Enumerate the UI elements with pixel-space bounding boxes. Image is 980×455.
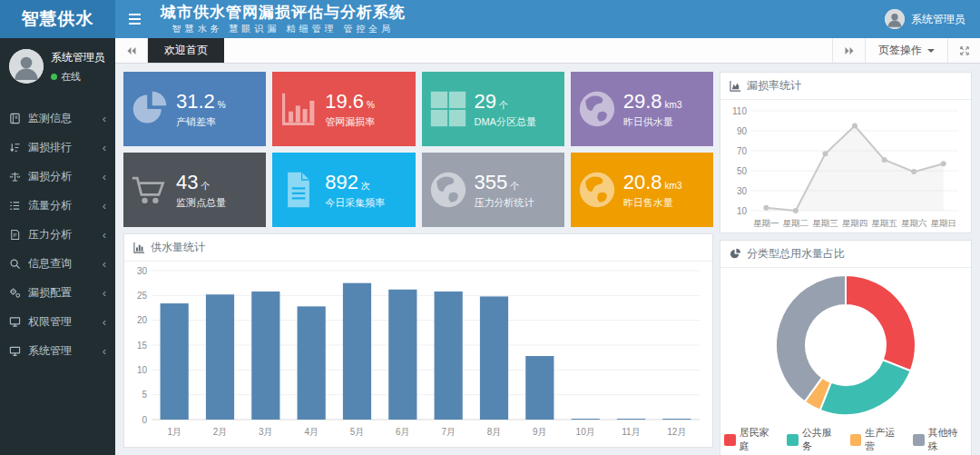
tab-operations-label: 页签操作 (878, 43, 922, 58)
usage-share-panel: 分类型总用水量占比 居民家庭 公共服务 生产运营 其他特殊 (720, 240, 972, 455)
svg-text:10: 10 (737, 206, 748, 216)
sidebar-item-system-mgmt[interactable]: 系统管理 (0, 336, 115, 365)
book-icon (9, 113, 21, 124)
svg-text:9月: 9月 (533, 427, 547, 437)
page-subtitle: 智慧水务 慧眼识漏 精细管理 管控全局 (161, 24, 406, 35)
leak-rate-panel: 漏损率统计 1030507090110星期一星期二星期三星期四星期五星期六星期日 (720, 72, 972, 233)
chevron-left-icon (103, 287, 106, 299)
main-content: 31.2% 产销差率 19.6% 管网漏损率 29个 DMA分区总量 29.8k… (115, 64, 980, 455)
svg-text:12月: 12月 (667, 427, 686, 437)
sidebar-item-permission-mgmt[interactable]: 权限管理 (0, 307, 115, 336)
desktop-icon (9, 345, 21, 357)
svg-text:30: 30 (737, 186, 748, 196)
stat-card-yesterday-sales: 20.8km3 昨日售水量 (571, 153, 713, 227)
svg-text:0: 0 (142, 415, 147, 425)
svg-text:70: 70 (737, 146, 748, 156)
sidebar-item-leak-config[interactable]: 漏损配置 (0, 278, 115, 307)
panel-title: 漏损率统计 (747, 78, 801, 94)
sidebar: 系统管理员 在线 监测信息 漏损排行 漏损分析 流量分析 压力分析 (0, 38, 115, 455)
svg-text:10: 10 (137, 365, 148, 375)
fullscreen-button[interactable] (947, 38, 980, 63)
globe-icon (578, 171, 616, 209)
sidebar-user-panel: 系统管理员 在线 (0, 38, 115, 96)
file-text-icon (279, 171, 318, 209)
svg-text:星期六: 星期六 (901, 218, 927, 228)
sidebar-item-info-query[interactable]: 信息查询 (0, 249, 115, 278)
title-block: 城市供水管网漏损评估与分析系统 智慧水务 慧眼识漏 精细管理 管控全局 (161, 4, 406, 34)
sort-ranking-icon (9, 142, 21, 153)
avatar (885, 9, 905, 29)
svg-text:星期四: 星期四 (842, 218, 868, 228)
panel-title: 分类型总用水量占比 (747, 246, 845, 262)
svg-text:6月: 6月 (396, 427, 410, 437)
legend-item: 公共服务 (787, 426, 841, 453)
globe-icon (429, 171, 467, 209)
sidebar-item-pressure-analysis[interactable]: 压力分析 (0, 220, 115, 249)
tab-welcome-home[interactable]: 欢迎首页 (148, 38, 224, 63)
tab-operations-dropdown[interactable]: 页签操作 (865, 38, 947, 63)
legend-swatch (913, 434, 925, 446)
chevron-left-icon (103, 345, 106, 357)
water-supply-bar-chart: 0510152025301月2月3月4月5月6月7月8月9月10月11月12月 (124, 262, 712, 447)
chevron-left-icon (103, 200, 106, 212)
stat-card-yesterday-supply: 29.8km3 昨日供水量 (571, 72, 713, 146)
gears-icon (9, 287, 21, 299)
chevron-left-icon (103, 316, 106, 328)
tab-label: 欢迎首页 (164, 43, 208, 58)
caret-down-icon (927, 49, 935, 56)
sidebar-item-leak-ranking[interactable]: 漏损排行 (0, 133, 115, 162)
svg-text:11月: 11月 (622, 427, 640, 437)
scroll-right-icon (844, 45, 855, 56)
svg-text:星期一: 星期一 (753, 218, 779, 228)
tab-bar: 欢迎首页 页签操作 (115, 38, 980, 64)
bar-chart-icon (133, 242, 145, 253)
scroll-tabs-left-button[interactable] (115, 38, 148, 63)
stat-card-monitor-points: 43个 监测点总量 (123, 153, 266, 227)
svg-text:4月: 4月 (304, 427, 318, 437)
stat-card-nrw-rate: 31.2% 产销差率 (123, 72, 266, 146)
stat-card-collect-frequency: 892次 今日采集频率 (272, 153, 415, 227)
search-icon (9, 258, 21, 270)
water-supply-panel: 供水量统计 0510152025301月2月3月4月5月6月7月8月9月10月1… (123, 233, 713, 448)
chevron-left-icon (103, 171, 106, 183)
bar-chart-icon (279, 90, 318, 128)
cart-icon (131, 171, 169, 209)
chevron-left-icon (103, 258, 106, 270)
windows-icon (429, 90, 467, 128)
scroll-tabs-right-button[interactable] (832, 38, 865, 63)
stat-card-pressure-stats: 355个 压力分析统计 (422, 153, 564, 227)
topbar-user-menu[interactable]: 系统管理员 (885, 9, 965, 29)
svg-text:星期二: 星期二 (783, 218, 809, 228)
svg-text:110: 110 (732, 106, 747, 116)
online-status-dot (51, 74, 57, 80)
sidebar-item-monitor-info[interactable]: 监测信息 (0, 104, 115, 133)
stat-card-pipe-leak-rate: 19.6% 管网漏损率 (272, 72, 415, 146)
legend-swatch (850, 434, 862, 446)
sidebar-menu: 监测信息 漏损排行 漏损分析 流量分析 压力分析 信息查询 漏损配置 权限管理 (0, 104, 115, 365)
svg-text:15: 15 (137, 341, 148, 351)
svg-text:5: 5 (142, 390, 147, 400)
legend-item: 其他特殊 (913, 426, 967, 453)
sidebar-username: 系统管理员 (51, 50, 105, 65)
legend-swatch (724, 434, 736, 446)
avatar (9, 49, 44, 84)
fullscreen-icon (959, 45, 970, 56)
svg-text:8月: 8月 (487, 427, 502, 437)
top-header: 城市供水管网漏损评估与分析系统 智慧水务 慧眼识漏 精细管理 管控全局 系统管理… (115, 0, 980, 38)
svg-text:30: 30 (137, 266, 148, 276)
legend-item: 居民家庭 (724, 426, 779, 453)
svg-text:20: 20 (137, 315, 148, 325)
sidebar-item-flow-analysis[interactable]: 流量分析 (0, 191, 115, 220)
chevron-left-icon (103, 113, 106, 124)
svg-text:5月: 5月 (350, 427, 365, 437)
svg-text:2月: 2月 (213, 427, 228, 437)
hamburger-icon[interactable] (122, 14, 146, 25)
svg-text:1月: 1月 (167, 427, 181, 437)
stat-card-dma-zones: 29个 DMA分区总量 (422, 72, 564, 146)
globe-icon (578, 90, 616, 128)
svg-text:25: 25 (137, 291, 148, 301)
sidebar-item-leak-analysis[interactable]: 漏损分析 (0, 162, 115, 191)
svg-text:90: 90 (737, 126, 748, 136)
svg-text:50: 50 (737, 166, 748, 176)
app-logo: 智慧供水 (0, 0, 115, 38)
